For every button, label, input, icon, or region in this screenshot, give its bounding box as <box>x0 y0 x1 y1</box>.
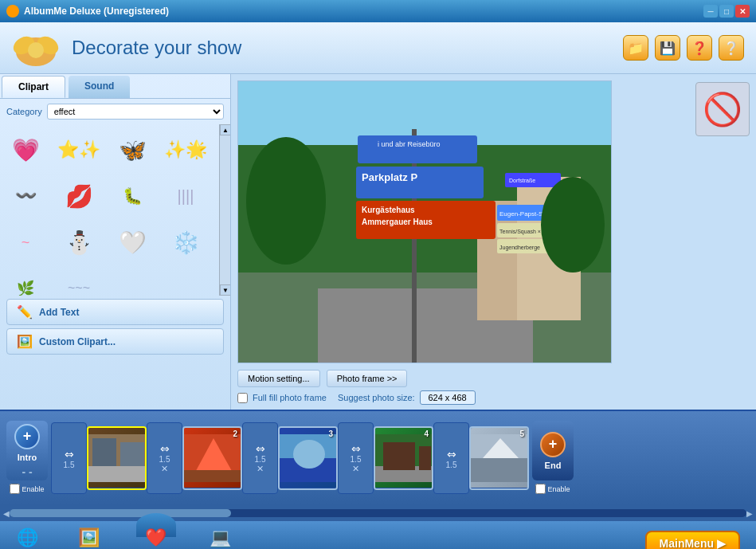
category-label: Category <box>6 107 42 116</box>
film-transition-5[interactable]: ⇔ 1.5 <box>433 422 469 494</box>
help-button[interactable]: ❓ <box>687 35 712 61</box>
film-transition-1[interactable]: ⇔ 1.5 <box>51 422 87 494</box>
filmstrip-scroll: ◀ ▶ <box>0 505 756 521</box>
film-photo-4[interactable]: 4 3 <box>374 426 433 490</box>
list-item[interactable]: 〰️ <box>3 174 48 218</box>
list-item[interactable]: 💋 <box>57 174 101 218</box>
list-item[interactable]: ~~~ <box>57 266 101 296</box>
list-item[interactable]: |||| <box>163 174 208 218</box>
end-plus-icon: + <box>549 436 558 453</box>
list-item[interactable]: ⭐✨ <box>57 127 101 172</box>
save-button[interactable]: 💾 <box>655 35 680 61</box>
scroll-right-arrow[interactable]: ▶ <box>746 509 753 518</box>
nav-item-decorate[interactable]: ❤️ Decorate <box>138 527 174 550</box>
svg-rect-40 <box>383 442 415 470</box>
delete-trans-2[interactable]: ✕ <box>161 464 168 474</box>
list-item[interactable]: ~ <box>3 220 48 265</box>
add-text-button[interactable]: ✏️ Add Text <box>6 299 224 325</box>
film-photo-container-5: 5 3 <box>469 426 529 490</box>
suggest-size-label: Suggest photo size: <box>338 393 415 402</box>
tab-sound[interactable]: Sound <box>69 76 130 98</box>
photo-time-3: 3 <box>280 488 336 490</box>
list-item[interactable]: 💗 <box>3 127 48 172</box>
photo-frame-button[interactable]: Photo frame >> <box>327 370 408 387</box>
nav-item-publish[interactable]: 💻 Publish <box>206 527 234 550</box>
film-transition-4[interactable]: ⇔ 1.5 ✕ <box>338 422 374 494</box>
filmstrip: + Intro - - Enable ⇔ 1.5 3 <box>0 410 756 505</box>
list-item[interactable]: ⛄ <box>57 220 101 265</box>
full-fill-checkbox[interactable] <box>237 393 248 403</box>
film-photo-container-2: 2 3 <box>182 426 242 490</box>
custom-clipart-label: Custom Clipart... <box>39 336 116 347</box>
scroll-down-arrow[interactable]: ▼ <box>220 284 230 296</box>
svg-rect-34 <box>184 470 241 482</box>
right-panel: 🚫 <box>688 74 756 410</box>
intro-button[interactable]: + Intro - - <box>6 421 48 480</box>
svg-text:Ammergauer Haus: Ammergauer Haus <box>362 218 433 226</box>
preview-controls: Motion setting... Photo frame >> <box>237 363 682 390</box>
clipart-area: 💗 ⭐✨ 🦋 ✨🌟 〰️ 💋 🐛 |||| ~ ⛄ 🤍 ❄️ 🌿 ~~~ ▲ ▼ <box>0 124 230 296</box>
nav-item-template[interactable]: 🖼️ Template <box>71 527 107 550</box>
svg-rect-10 <box>412 129 417 363</box>
scroll-track[interactable] <box>10 509 746 517</box>
list-item[interactable]: 🌿 <box>3 266 48 296</box>
film-photo-1[interactable]: 3 <box>87 426 147 490</box>
scroll-up-arrow[interactable]: ▲ <box>220 124 230 135</box>
end-enable-label: Enable <box>547 485 570 493</box>
list-item[interactable]: ✨🌟 <box>163 127 208 172</box>
film-transition-3[interactable]: ⇔ 1.5 ✕ <box>242 422 278 494</box>
minimize-button[interactable]: ─ <box>703 5 718 18</box>
svg-point-26 <box>246 137 326 265</box>
photo-num-4: 4 <box>424 429 429 438</box>
film-photo-3[interactable]: 3 3 <box>278 426 338 490</box>
end-enable-checkbox[interactable] <box>535 484 546 494</box>
svg-point-37 <box>293 440 325 469</box>
info-button[interactable]: ❔ <box>719 35 744 61</box>
publish-nav-icon: 💻 <box>210 527 231 548</box>
film-photo-container-3: 3 3 <box>278 426 338 490</box>
pencil-icon: ✏️ <box>17 304 33 320</box>
film-photo-2[interactable]: 2 3 <box>182 426 242 490</box>
end-circle: + <box>540 432 566 457</box>
svg-rect-31 <box>88 466 145 482</box>
options-row: Full fill photo frame Suggest photo size… <box>237 390 682 405</box>
scroll-left-arrow[interactable]: ◀ <box>3 509 10 518</box>
scroll-body[interactable] <box>220 135 230 284</box>
close-button[interactable]: ✕ <box>735 5 750 18</box>
category-row: Category effect animals people shapes na… <box>0 99 230 124</box>
motion-settings-button[interactable]: Motion setting... <box>237 370 320 387</box>
bottom-nav: 🌐 Photo 🖼️ Template ❤️ Decorate 💻 Publis… <box>0 521 756 549</box>
delete-trans-3[interactable]: ✕ <box>257 464 264 474</box>
clipart-scrollbar[interactable]: ▲ ▼ <box>219 124 230 296</box>
list-item[interactable]: 🦋 <box>110 127 155 172</box>
main-menu-arrow-icon: ▶ <box>717 537 726 550</box>
delete-trans-4[interactable]: ✕ <box>352 464 359 474</box>
transition-arrows-icon: ⇔ <box>65 448 74 461</box>
suggest-size-input[interactable]: 624 x 468 <box>420 390 476 405</box>
nav-item-photo[interactable]: 🌐 Photo <box>16 527 39 550</box>
plus-icon: + <box>23 428 32 445</box>
end-button[interactable]: + End <box>532 421 574 480</box>
list-item[interactable]: 🐛 <box>110 174 155 218</box>
decorate-nav-icon: ❤️ <box>145 527 166 548</box>
scroll-thumb[interactable] <box>10 509 231 517</box>
header-tools: 📁 💾 ❓ ❔ <box>623 35 744 61</box>
film-photo-5[interactable]: 5 3 <box>469 426 529 490</box>
tab-clipart[interactable]: Clipart <box>2 76 65 98</box>
open-folder-button[interactable]: 📁 <box>623 35 648 61</box>
end-enable-row: Enable <box>532 482 573 496</box>
list-item[interactable]: 🤍 <box>110 220 155 265</box>
photo-time-4: 3 <box>375 488 432 490</box>
photo-num-5: 5 <box>519 429 524 438</box>
photo-image-1 <box>88 428 145 488</box>
titlebar: AlbumMe Deluxe (Unregistered) ─ □ ✕ <box>0 0 756 22</box>
category-select[interactable]: effect animals people shapes nature <box>47 104 224 120</box>
main-menu-button[interactable]: MainMenu ▶ <box>645 531 740 550</box>
film-transition-2[interactable]: ⇔ 1.5 ✕ <box>147 422 182 494</box>
no-photo-placeholder: 🚫 <box>695 82 750 136</box>
tab-bar: Clipart Sound <box>0 74 230 99</box>
intro-enable-checkbox[interactable] <box>10 484 20 494</box>
maximize-button[interactable]: □ <box>719 5 734 18</box>
custom-clipart-button[interactable]: 🖼️ Custom Clipart... <box>6 328 224 355</box>
list-item[interactable]: ❄️ <box>163 220 208 265</box>
